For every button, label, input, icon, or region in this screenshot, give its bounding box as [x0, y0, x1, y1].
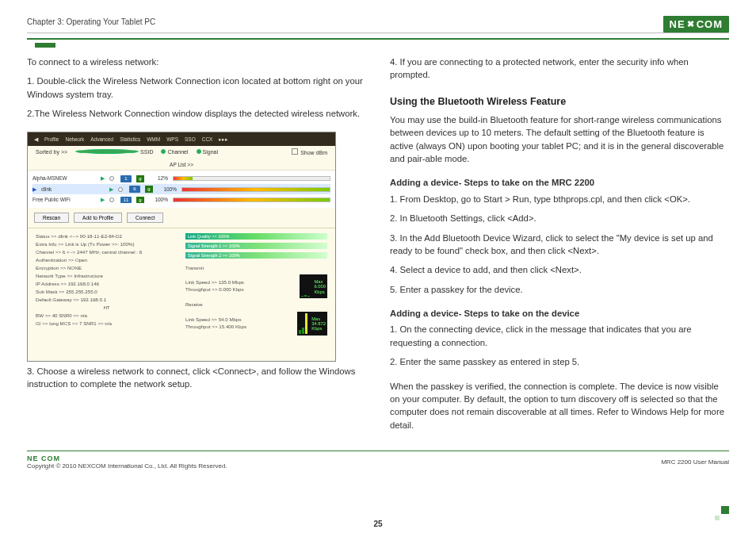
doc-title: MRC 2200 User Manual — [661, 458, 729, 466]
divider — [27, 33, 729, 33]
corner-decoration — [715, 506, 729, 520]
add-profile-button[interactable]: Add to Profile — [74, 213, 122, 223]
body-text: 4. If you are connecting to a protected … — [390, 56, 729, 82]
sort-row: Sorted by >> SSID Channel Signal Show dB… — [28, 146, 335, 159]
page-number: 25 — [373, 520, 382, 528]
body-text: When the passkey is verified, the connec… — [390, 380, 729, 432]
list-item: Alpha-MSNEW▶ 1g 12% — [32, 173, 330, 183]
label: AP List >> — [28, 159, 335, 170]
body-text: 3. In the Add Bluetooth Device Wizard, c… — [390, 232, 729, 258]
body-text: 2. In Bluetooth Settings, click <Add>. — [390, 212, 729, 224]
footer-logo: NE COM — [27, 454, 60, 462]
details-panel: Status >> dlink <--> 00-18-11-E2-84-D2 E… — [28, 228, 335, 361]
ap-list: Alpha-MSNEW▶ 1g 12% ▶ dlink▶ 6g 100% — [28, 170, 335, 207]
section-heading: Using the Bluetooth Wireless Feature — [390, 94, 729, 109]
body-text: To connect to a wireless network: — [27, 56, 366, 68]
chapter-title: Chapter 3: Operating Your Tablet PC — [27, 16, 155, 26]
body-text: 4. Select a device to add, and then clic… — [390, 263, 729, 276]
body-text: You may use the build-in Bluetooth featu… — [390, 113, 729, 166]
divider — [27, 451, 729, 451]
body-text: 5. Enter a passkey for the device. — [390, 283, 729, 296]
body-text: 3. Choose a wireless network to connect,… — [27, 365, 366, 391]
button-row: Rescan Add to Profile Connect — [28, 208, 335, 228]
screenshot-wireless-utility: ◀ Profile Network Advanced Statistics WM… — [27, 132, 336, 362]
list-item: Free Public WiFi▶ 11g 100% — [32, 194, 330, 205]
divider-accent — [27, 38, 729, 40]
tabs-bar: ◀ Profile Network Advanced Statistics WM… — [28, 132, 335, 146]
subheading: Adding a device- Steps to take on the de… — [390, 307, 729, 320]
rescan-button[interactable]: Rescan — [34, 213, 69, 223]
body-text: 2. Enter the same passkey as entered in … — [390, 355, 729, 368]
connect-button[interactable]: Connect — [127, 213, 163, 223]
body-text: 1. Double-click the Wireless Network Con… — [27, 75, 366, 101]
body-text: 1. On the connecting device, click in th… — [390, 323, 729, 349]
body-text: 1. From Desktop, go to Start > Run, type… — [390, 193, 729, 205]
body-text: 2.The Wireless Network Connection window… — [27, 107, 366, 120]
list-item: ▶ dlink▶ 6g 100% — [32, 184, 330, 194]
tab-accent — [35, 43, 55, 48]
copyright: Copyright © 2010 NEXCOM International Co… — [27, 462, 227, 470]
subheading: Adding a device- Steps to take on the MR… — [390, 176, 729, 189]
brand-logo: NE✖COM — [663, 16, 729, 33]
